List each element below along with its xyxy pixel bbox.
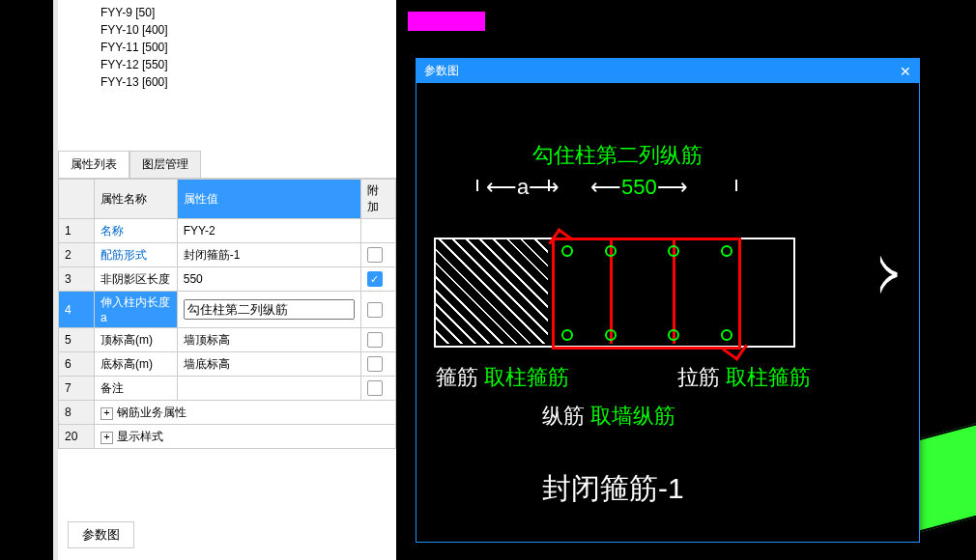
row-num: 7	[59, 377, 95, 401]
prop-value-editing[interactable]	[177, 292, 360, 328]
button-bar: 参数图	[68, 521, 134, 548]
prop-name: 名称	[95, 219, 178, 243]
param-diagram-button[interactable]: 参数图	[68, 521, 134, 548]
rebar-dot-icon	[668, 329, 679, 341]
prop-value[interactable]: 550	[177, 267, 360, 292]
tab-bar: 属性列表 图层管理	[58, 151, 396, 179]
prop-value[interactable]	[177, 377, 360, 401]
prop-extra[interactable]	[360, 292, 395, 328]
param-diagram-popup: 参数图 ✕ 勾住柱第二列纵筋 ⟵a⟶ ⟵550⟶ ≻ 箍筋 取柱箍筋 拉筋 取柱…	[416, 58, 920, 543]
rebar-dot-icon	[721, 329, 732, 341]
dim-tick	[476, 180, 478, 191]
rebar-dot-icon	[721, 245, 732, 257]
dim-length-label: ⟵550⟶	[590, 175, 688, 200]
header-value: 属性值	[177, 180, 360, 219]
table-row-group[interactable]: 20 +显示样式	[59, 425, 396, 449]
table-row-group[interactable]: 8 +钢筋业务属性	[59, 401, 396, 425]
prop-name: 底标高(m)	[95, 352, 178, 377]
arrow-icon: ⟶	[657, 175, 688, 199]
header-name: 属性名称	[95, 180, 178, 219]
prop-value[interactable]: FYY-2	[177, 219, 360, 243]
hatch-area	[436, 239, 548, 344]
prop-value[interactable]: 墙底标高	[177, 352, 360, 377]
row-num: 3	[59, 267, 95, 292]
prop-value[interactable]: 封闭箍筋-1	[177, 243, 360, 267]
tree-item[interactable]: FYY-13 [600]	[97, 73, 396, 91]
rebar-dot-icon	[561, 329, 573, 341]
table-row[interactable]: 6 底标高(m) 墙底标高	[59, 352, 396, 377]
popup-titlebar[interactable]: 参数图 ✕	[416, 59, 919, 83]
component-tree[interactable]: FYY-9 [50] FYY-10 [400] FYY-11 [500] FYY…	[58, 0, 396, 151]
dim-tick	[548, 180, 550, 191]
checkbox-icon[interactable]	[367, 302, 383, 318]
tree-item[interactable]: FYY-12 [550]	[97, 56, 396, 73]
prop-name: 备注	[95, 377, 178, 401]
value-input[interactable]	[184, 299, 355, 320]
group-label: 钢筋业务属性	[117, 406, 187, 419]
table-row[interactable]: 5 顶标高(m) 墙顶标高	[59, 328, 396, 352]
checkbox-icon[interactable]	[367, 380, 383, 396]
tie-label: 拉筋 取柱箍筋	[677, 363, 811, 392]
prop-extra[interactable]	[360, 243, 395, 267]
dim-hook-label: 勾住柱第二列纵筋	[532, 141, 703, 170]
rebar-dot-icon	[605, 329, 617, 341]
dim-tick	[735, 180, 737, 191]
diagram-title: 封闭箍筋-1	[542, 469, 684, 509]
prop-name: 配筋形式	[95, 243, 178, 267]
row-num: 1	[59, 219, 95, 243]
rebar-dot-icon	[561, 245, 573, 257]
prop-extra[interactable]	[360, 352, 395, 377]
prop-extra	[360, 219, 395, 243]
table-row[interactable]: 7 备注	[59, 377, 396, 401]
prop-value[interactable]: 墙顶标高	[177, 328, 360, 352]
header-blank	[59, 180, 95, 219]
prop-extra[interactable]	[360, 377, 395, 401]
arrow-icon: ⟵	[590, 175, 621, 199]
prop-extra[interactable]	[360, 328, 395, 352]
close-icon[interactable]: ✕	[900, 64, 911, 79]
row-num: 4	[59, 292, 95, 328]
checkbox-icon[interactable]	[367, 247, 383, 263]
row-num: 6	[59, 352, 95, 377]
cad-shape	[406, 10, 487, 33]
tree-item[interactable]: FYY-11 [500]	[97, 39, 396, 56]
stirrup-rect	[552, 238, 741, 350]
tab-layers[interactable]: 图层管理	[129, 151, 201, 178]
popup-title-text: 参数图	[424, 63, 459, 79]
tree-item[interactable]: FYY-10 [400]	[97, 21, 396, 39]
tree-item[interactable]: FYY-9 [50]	[97, 4, 396, 21]
prop-name: 非阴影区长度	[95, 267, 178, 292]
checkbox-checked-icon[interactable]: ✓	[367, 271, 383, 287]
arrow-icon: ⟵	[486, 175, 517, 199]
prop-group[interactable]: +显示样式	[95, 425, 396, 449]
arrow-icon: ⟶	[529, 175, 560, 199]
table-row[interactable]: 2 配筋形式 封闭箍筋-1	[59, 243, 396, 267]
diagram-canvas: 勾住柱第二列纵筋 ⟵a⟶ ⟵550⟶ ≻ 箍筋 取柱箍筋 拉筋 取柱箍筋 纵筋 …	[416, 83, 919, 541]
checkbox-icon[interactable]	[367, 356, 383, 372]
tab-properties[interactable]: 属性列表	[58, 151, 129, 178]
table-row-selected[interactable]: 4 伸入柱内长度a	[59, 292, 396, 328]
table-row[interactable]: 3 非阴影区长度 550 ✓	[59, 267, 396, 292]
header-extra: 附加	[360, 180, 395, 219]
longbar-label: 纵筋 取墙纵筋	[542, 402, 675, 431]
prop-name: 伸入柱内长度a	[95, 292, 178, 328]
rebar-dot-icon	[668, 245, 679, 257]
row-num: 20	[59, 425, 95, 449]
table-row[interactable]: 1 名称 FYY-2	[59, 219, 396, 243]
row-num: 2	[59, 243, 95, 267]
group-label: 显示样式	[117, 430, 163, 443]
expand-icon[interactable]: +	[100, 432, 113, 444]
row-num: 8	[59, 401, 95, 425]
prop-name: 顶标高(m)	[95, 328, 178, 352]
checkbox-icon[interactable]	[367, 332, 383, 348]
prop-extra[interactable]: ✓	[360, 267, 395, 292]
expand-icon[interactable]: +	[100, 407, 113, 420]
stirrup-label: 箍筋 取柱箍筋	[436, 363, 569, 392]
row-num: 5	[59, 328, 95, 352]
rebar-dot-icon	[605, 245, 617, 257]
prop-group[interactable]: +钢筋业务属性	[95, 401, 396, 425]
table-header-row: 属性名称 属性值 附加	[59, 180, 396, 219]
left-panel: FYY-9 [50] FYY-10 [400] FYY-11 [500] FYY…	[58, 0, 396, 560]
property-table: 属性名称 属性值 附加 1 名称 FYY-2 2 配筋形式 封闭箍筋-1 3 非…	[58, 179, 396, 449]
break-symbol-icon: ≻	[877, 241, 900, 305]
